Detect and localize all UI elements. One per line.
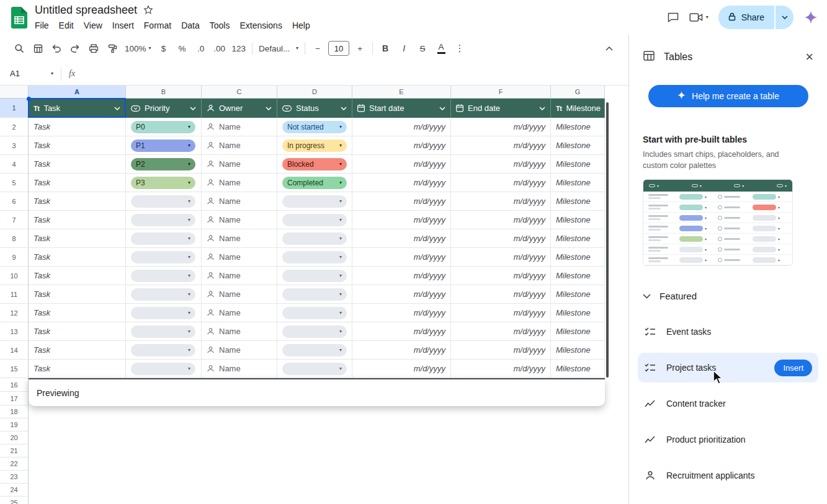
insert-button[interactable]: Insert bbox=[774, 360, 812, 376]
cell-end-date[interactable]: m/d/yyyy bbox=[451, 341, 551, 359]
row-header-4[interactable]: 4 bbox=[0, 155, 29, 174]
star-icon[interactable] bbox=[143, 5, 153, 15]
sidebar-item-project-tasks[interactable]: Project tasksInsert bbox=[638, 353, 818, 382]
cell-start-date[interactable]: m/d/yyyy bbox=[352, 304, 451, 322]
cell-owner[interactable]: Name bbox=[202, 267, 277, 285]
cell-task[interactable]: Task bbox=[29, 118, 126, 136]
dropdown-chip[interactable]: ▾ bbox=[131, 288, 195, 301]
menu-file[interactable]: File bbox=[30, 19, 54, 32]
row-header-1[interactable]: 1 bbox=[0, 99, 29, 118]
chevron-down-icon[interactable] bbox=[439, 107, 445, 110]
row-header-8[interactable]: 8 bbox=[0, 229, 29, 248]
cell-task[interactable]: Task bbox=[29, 267, 126, 285]
menu-view[interactable]: View bbox=[79, 19, 107, 32]
table-header-milestone[interactable]: TtMilestone bbox=[551, 99, 605, 118]
cell-milestone[interactable]: Milestone bbox=[551, 229, 605, 247]
cell-owner[interactable]: Name bbox=[202, 341, 277, 359]
document-title[interactable]: Untitled spreadsheet bbox=[35, 4, 137, 17]
print-icon[interactable] bbox=[84, 39, 103, 58]
cell-start-date[interactable]: m/d/yyyy bbox=[352, 155, 451, 173]
cell-start-date[interactable]: m/d/yyyy bbox=[352, 248, 451, 266]
cell-milestone[interactable]: Milestone bbox=[551, 341, 605, 359]
cell-owner[interactable]: Name bbox=[202, 192, 277, 210]
cell-task[interactable]: Task bbox=[29, 322, 126, 340]
cell-owner[interactable]: Name bbox=[202, 155, 277, 173]
sheets-logo[interactable] bbox=[11, 7, 27, 29]
cell-end-date[interactable]: m/d/yyyy bbox=[451, 304, 551, 322]
table-header-owner[interactable]: Owner bbox=[202, 99, 277, 118]
vertical-scrollbar[interactable] bbox=[606, 102, 609, 378]
name-box[interactable]: A1 ▾ bbox=[10, 69, 56, 78]
dropdown-chip[interactable]: ▾ bbox=[282, 307, 347, 319]
column-header-B[interactable]: B bbox=[126, 86, 202, 99]
row-header-20[interactable]: 20 bbox=[0, 431, 29, 444]
dropdown-chip[interactable]: P1▾ bbox=[131, 139, 195, 152]
cell-start-date[interactable]: m/d/yyyy bbox=[352, 136, 451, 154]
cell-owner[interactable]: Name bbox=[202, 360, 277, 378]
font-select[interactable]: Defaul... ▾ bbox=[256, 39, 302, 58]
row-header-17[interactable]: 17 bbox=[0, 392, 29, 405]
cell-start-date[interactable]: m/d/yyyy bbox=[352, 341, 451, 359]
table-header-end-date[interactable]: End date bbox=[451, 99, 551, 118]
cell-owner[interactable]: Name bbox=[202, 248, 277, 266]
menu-tools[interactable]: Tools bbox=[205, 19, 235, 32]
row-header-18[interactable]: 18 bbox=[0, 405, 29, 418]
more-options-icon[interactable]: ⋮ bbox=[450, 39, 469, 58]
percent-button[interactable]: % bbox=[173, 39, 192, 58]
cell-owner[interactable]: Name bbox=[202, 136, 277, 154]
featured-section-toggle[interactable]: Featured bbox=[629, 287, 827, 304]
search-icon[interactable] bbox=[10, 39, 29, 58]
cell-start-date[interactable]: m/d/yyyy bbox=[352, 192, 451, 210]
dropdown-chip[interactable]: ▾ bbox=[282, 288, 347, 301]
column-header-F[interactable]: F bbox=[451, 86, 551, 99]
cell-end-date[interactable]: m/d/yyyy bbox=[451, 267, 551, 285]
cell-end-date[interactable]: m/d/yyyy bbox=[451, 229, 551, 247]
menu-data[interactable]: Data bbox=[176, 19, 205, 32]
row-header-23[interactable]: 23 bbox=[0, 471, 29, 484]
text-color-button[interactable]: A bbox=[432, 39, 450, 58]
cell-task[interactable]: Task bbox=[29, 248, 126, 266]
cell-end-date[interactable]: m/d/yyyy bbox=[451, 118, 551, 136]
dropdown-chip[interactable]: ▾ bbox=[131, 214, 195, 226]
cell-owner[interactable]: Name bbox=[202, 285, 277, 303]
cell-start-date[interactable]: m/d/yyyy bbox=[352, 285, 451, 303]
cell-task[interactable]: Task bbox=[29, 136, 126, 154]
increase-font-size-button[interactable]: + bbox=[351, 39, 369, 58]
sidebar-item-content-tracker[interactable]: Content tracker bbox=[638, 389, 818, 418]
chevron-down-icon[interactable] bbox=[114, 107, 120, 110]
cell-start-date[interactable]: m/d/yyyy bbox=[352, 360, 451, 378]
cell-milestone[interactable]: Milestone bbox=[551, 136, 605, 154]
column-header-E[interactable]: E bbox=[352, 86, 451, 99]
row-header-22[interactable]: 22 bbox=[0, 458, 29, 471]
row-header-5[interactable]: 5 bbox=[0, 174, 29, 192]
row-header-15[interactable]: 15 bbox=[0, 360, 29, 378]
cell-milestone[interactable]: Milestone bbox=[551, 285, 605, 303]
menu-help[interactable]: Help bbox=[287, 19, 315, 32]
sidebar-item-event-tasks[interactable]: Event tasks bbox=[638, 317, 818, 347]
table-header-task[interactable]: TtTask bbox=[29, 99, 126, 118]
decrease-decimal-button[interactable]: .0 bbox=[192, 39, 210, 58]
dropdown-chip[interactable]: ▾ bbox=[282, 195, 347, 208]
column-header-G[interactable]: G bbox=[551, 86, 605, 99]
share-dropdown-button[interactable] bbox=[776, 6, 793, 29]
cell-owner[interactable]: Name bbox=[202, 211, 277, 229]
dropdown-chip[interactable]: Completed▾ bbox=[282, 177, 347, 189]
dropdown-chip[interactable]: ▾ bbox=[282, 251, 347, 263]
prebuilt-table-preview[interactable]: ▾▾▾▾ ▾ ▾ ▾ ▾ ▾ ▾ ▾ ▾ ▾ ▾ ▾ bbox=[643, 179, 793, 266]
gemini-icon[interactable] bbox=[803, 10, 818, 25]
cell-task[interactable]: Task bbox=[29, 192, 126, 210]
dropdown-chip[interactable]: Not started▾ bbox=[282, 121, 347, 133]
cell-end-date[interactable]: m/d/yyyy bbox=[451, 360, 551, 378]
cell-milestone[interactable]: Milestone bbox=[551, 248, 605, 266]
cell-task[interactable]: Task bbox=[29, 229, 126, 247]
dropdown-chip[interactable]: ▾ bbox=[131, 325, 195, 338]
menu-insert[interactable]: Insert bbox=[107, 19, 139, 32]
row-header-13[interactable]: 13 bbox=[0, 322, 29, 341]
cell-end-date[interactable]: m/d/yyyy bbox=[451, 136, 551, 154]
dropdown-chip[interactable]: P0▾ bbox=[131, 121, 195, 133]
dropdown-chip[interactable]: ▾ bbox=[131, 270, 195, 282]
cell-start-date[interactable]: m/d/yyyy bbox=[352, 267, 451, 285]
cell-milestone[interactable]: Milestone bbox=[551, 360, 605, 378]
row-header-16[interactable]: 16 bbox=[0, 378, 29, 392]
row-header-7[interactable]: 7 bbox=[0, 211, 29, 229]
